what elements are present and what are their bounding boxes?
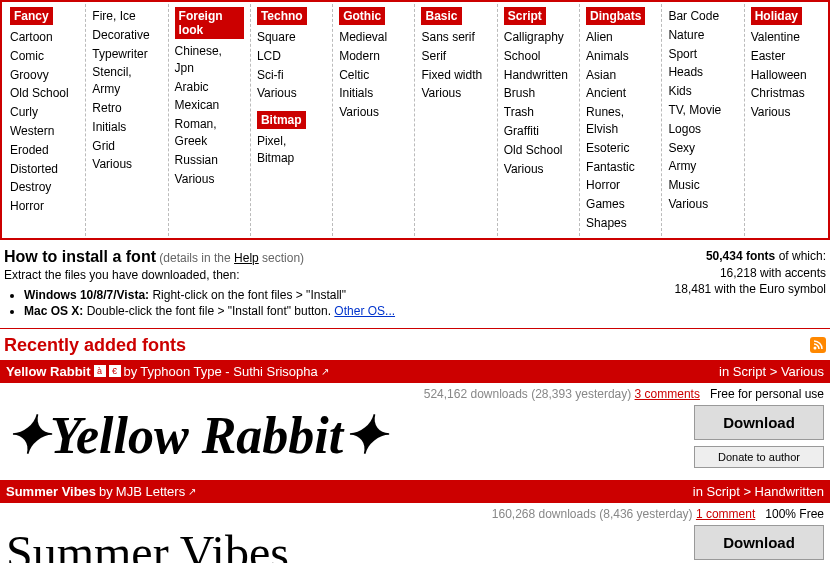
donate-button[interactable]: Donate to author xyxy=(694,446,824,468)
category-link[interactable]: Trash xyxy=(504,103,573,122)
category-header[interactable]: Holiday xyxy=(751,7,802,25)
category-link[interactable]: Western xyxy=(10,122,79,141)
category-link[interactable]: Halloween xyxy=(751,66,820,85)
category-link[interactable]: Various xyxy=(339,103,408,122)
category-link[interactable]: Grid xyxy=(92,137,161,156)
category-link[interactable]: LCD xyxy=(257,47,326,66)
category-link[interactable]: Stencil, Army xyxy=(92,63,161,99)
download-button[interactable]: Download xyxy=(694,405,824,440)
category-header[interactable]: Gothic xyxy=(339,7,385,25)
category-link[interactable]: Logos xyxy=(668,120,737,139)
category-link[interactable]: Various xyxy=(175,170,244,189)
category-link[interactable]: Initials xyxy=(339,84,408,103)
category-link[interactable]: Runes, Elvish xyxy=(586,103,655,139)
category-link[interactable]: Bar Code xyxy=(668,7,737,26)
category-link[interactable]: Army xyxy=(668,157,737,176)
category-link[interactable]: Heads xyxy=(668,63,737,82)
category-link[interactable]: Shapes xyxy=(586,214,655,233)
font-name-link[interactable]: Yellow Rabbit xyxy=(6,364,91,379)
category-link[interactable]: Various xyxy=(257,84,326,103)
category-link[interactable]: Nature xyxy=(668,26,737,45)
category-link[interactable]: Eroded xyxy=(10,141,79,160)
category-header[interactable]: Fancy xyxy=(10,7,53,25)
category-link[interactable]: Brush xyxy=(504,84,573,103)
category-link[interactable]: Various xyxy=(751,103,820,122)
category-link[interactable]: Horror xyxy=(586,176,655,195)
category-link[interactable]: Russian xyxy=(175,151,244,170)
category-link[interactable]: Celtic xyxy=(339,66,408,85)
category-header[interactable]: Basic xyxy=(421,7,461,25)
font-category[interactable]: in Script > Handwritten xyxy=(693,484,824,499)
category-link[interactable]: Serif xyxy=(421,47,490,66)
category-link[interactable]: Alien xyxy=(586,28,655,47)
external-link-icon[interactable]: ↗ xyxy=(321,366,329,377)
category-link[interactable]: Various xyxy=(421,84,490,103)
category-link[interactable]: Horror xyxy=(10,197,79,216)
category-header[interactable]: Script xyxy=(504,7,546,25)
external-link-icon[interactable]: ↗ xyxy=(188,486,196,497)
category-link[interactable]: Distorted xyxy=(10,160,79,179)
category-link[interactable]: Typewriter xyxy=(92,45,161,64)
category-link[interactable]: Arabic xyxy=(175,78,244,97)
category-link[interactable]: School xyxy=(504,47,573,66)
category-link[interactable]: Kids xyxy=(668,82,737,101)
category-link[interactable]: Various xyxy=(92,155,161,174)
category-link[interactable]: Games xyxy=(586,195,655,214)
category-link[interactable]: Initials xyxy=(92,118,161,137)
other-os-link[interactable]: Other OS... xyxy=(334,304,395,318)
category-link[interactable]: Graffiti xyxy=(504,122,573,141)
category-link[interactable]: Comic xyxy=(10,47,79,66)
category-header[interactable]: Bitmap xyxy=(257,111,306,129)
category-link[interactable]: Esoteric xyxy=(586,139,655,158)
font-category[interactable]: in Script > Various xyxy=(719,364,824,379)
category-link[interactable]: Sci-fi xyxy=(257,66,326,85)
font-preview[interactable]: ✦Yellow Rabbit✦ xyxy=(6,405,694,468)
category-link[interactable]: Square xyxy=(257,28,326,47)
category-link[interactable]: Curly xyxy=(10,103,79,122)
category-link[interactable]: Christmas xyxy=(751,84,820,103)
category-link[interactable]: Sport xyxy=(668,45,737,64)
category-link[interactable]: Old School xyxy=(504,141,573,160)
category-link[interactable]: Asian xyxy=(586,66,655,85)
category-link[interactable]: Groovy xyxy=(10,66,79,85)
category-link[interactable]: Retro xyxy=(92,99,161,118)
comments-link[interactable]: 3 comments xyxy=(635,387,700,401)
category-link[interactable]: Easter xyxy=(751,47,820,66)
category-link[interactable]: Music xyxy=(668,176,737,195)
font-name-link[interactable]: Summer Vibes xyxy=(6,484,96,499)
category-link[interactable]: Valentine xyxy=(751,28,820,47)
font-author-link[interactable]: Typhoon Type - Suthi Srisopha xyxy=(140,364,318,379)
category-link[interactable]: Various xyxy=(668,195,737,214)
category-column: Fire, IceDecorativeTypewriterStencil, Ar… xyxy=(86,4,168,236)
category-link[interactable]: TV, Movie xyxy=(668,101,737,120)
category-link[interactable]: Sexy xyxy=(668,139,737,158)
category-header[interactable]: Techno xyxy=(257,7,307,25)
category-link[interactable]: Fixed width xyxy=(421,66,490,85)
category-link[interactable]: Mexican xyxy=(175,96,244,115)
help-link[interactable]: Help xyxy=(234,251,259,265)
category-link[interactable]: Chinese, Jpn xyxy=(175,42,244,78)
category-header[interactable]: Foreign look xyxy=(175,7,244,39)
category-header[interactable]: Dingbats xyxy=(586,7,645,25)
font-author-link[interactable]: MJB Letters xyxy=(116,484,185,499)
comments-link[interactable]: 1 comment xyxy=(696,507,755,521)
category-link[interactable]: Pixel, Bitmap xyxy=(257,132,326,168)
category-link[interactable]: Animals xyxy=(586,47,655,66)
category-link[interactable]: Handwritten xyxy=(504,66,573,85)
category-link[interactable]: Modern xyxy=(339,47,408,66)
rss-icon[interactable] xyxy=(810,337,826,353)
category-link[interactable]: Cartoon xyxy=(10,28,79,47)
category-link[interactable]: Medieval xyxy=(339,28,408,47)
category-link[interactable]: Various xyxy=(504,160,573,179)
category-link[interactable]: Roman, Greek xyxy=(175,115,244,151)
category-link[interactable]: Ancient xyxy=(586,84,655,103)
category-link[interactable]: Fire, Ice xyxy=(92,7,161,26)
category-link[interactable]: Old School xyxy=(10,84,79,103)
download-button[interactable]: Download xyxy=(694,525,824,560)
category-link[interactable]: Destroy xyxy=(10,178,79,197)
category-link[interactable]: Decorative xyxy=(92,26,161,45)
category-link[interactable]: Fantastic xyxy=(586,158,655,177)
category-link[interactable]: Calligraphy xyxy=(504,28,573,47)
category-link[interactable]: Sans serif xyxy=(421,28,490,47)
font-preview[interactable]: Summer Vibes xyxy=(6,525,694,563)
